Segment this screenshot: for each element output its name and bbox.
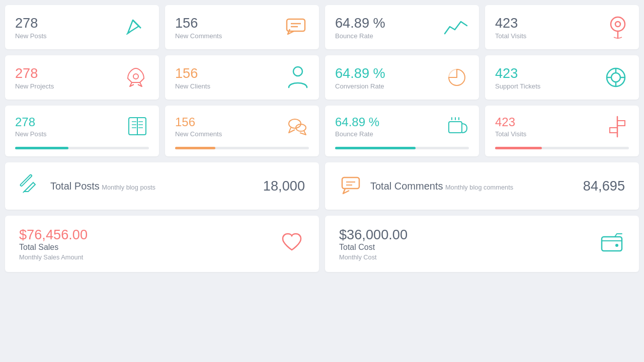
trend-icon xyxy=(443,17,469,38)
card-support-tickets: 423 Support Tickets xyxy=(485,55,639,100)
card-top: 278 New Posts xyxy=(15,115,149,138)
progress-track xyxy=(175,147,309,149)
person-icon xyxy=(287,64,309,90)
card-wide-title: Total Posts xyxy=(50,180,100,192)
card-total-cost: $36,000.00 Total Cost Monthly Cost xyxy=(325,216,639,272)
card-wide-value: 84,695 xyxy=(583,178,625,194)
wallet-icon xyxy=(599,230,625,258)
stat-number: 64.89 % xyxy=(335,15,385,31)
card-text: 278 New Projects xyxy=(15,65,54,90)
card-wide-sub: Monthly blog comments xyxy=(445,184,513,191)
card-total-sales: $76,456.00 Total Sales Monthly Sales Amo… xyxy=(5,216,319,272)
rocket-icon xyxy=(123,64,149,90)
row4: Total Posts Monthly blog posts 18,000 To… xyxy=(5,162,639,210)
card-wide-title: Total Comments xyxy=(370,180,443,192)
mug-icon xyxy=(446,115,469,138)
card-new-projects: 278 New Projects xyxy=(5,55,159,100)
svg-rect-29 xyxy=(342,177,359,189)
stat-label: Support Tickets xyxy=(495,82,540,90)
card-conversion-rate: 64.89 % Conversion Rate xyxy=(325,55,479,100)
stat-label: New Comments xyxy=(175,32,222,40)
card-top: 156 New Comments xyxy=(175,115,309,138)
card-wide-text: Total Comments Monthly blog comments xyxy=(370,180,513,192)
stat-number: 156 xyxy=(175,115,222,129)
sales-label: Total Sales xyxy=(19,243,88,252)
row3: 278 New Posts xyxy=(5,106,639,156)
progress-track xyxy=(335,147,469,149)
card-total-comments: Total Comments Monthly blog comments 84,… xyxy=(325,162,639,210)
progress-track xyxy=(495,147,629,149)
card-text: 156 New Clients xyxy=(175,65,210,90)
signpost-icon xyxy=(606,115,629,138)
pencil2-icon xyxy=(19,173,42,199)
comment-icon xyxy=(283,14,309,40)
cost-label: Total Cost xyxy=(339,243,408,252)
svg-rect-32 xyxy=(602,237,622,251)
card-text: 423 Support Tickets xyxy=(495,65,540,90)
card-bounce-rate-progress: 64.89 % Bounce Rate xyxy=(325,106,479,156)
stat-label: New Projects xyxy=(15,82,54,90)
svg-point-33 xyxy=(615,244,618,247)
stat-label: New Posts xyxy=(15,32,47,40)
stat-label: New Clients xyxy=(175,82,210,90)
stat-number: 156 xyxy=(175,15,222,31)
stat-number: 156 xyxy=(175,65,210,81)
row1: 278 New Posts 156 New Comments xyxy=(5,5,639,49)
card-wide-value: 18,000 xyxy=(263,178,305,194)
card-new-clients: 156 New Clients xyxy=(165,55,319,100)
card-total-visits-1: 423 Total Visits xyxy=(485,5,639,49)
svg-point-21 xyxy=(289,119,301,128)
card-info: 156 New Comments xyxy=(175,115,222,138)
card-text: 278 New Posts xyxy=(15,15,47,40)
card-text: 156 New Comments xyxy=(175,15,222,40)
stat-number: 423 xyxy=(495,15,526,31)
card-wide-text: Total Posts Monthly blog posts xyxy=(50,180,155,192)
chat-icon xyxy=(286,115,309,138)
stat-label: Conversion Rate xyxy=(335,82,385,90)
heart-icon xyxy=(279,230,305,258)
sales-sub: Monthly Sales Amount xyxy=(19,253,88,261)
stat-number: 278 xyxy=(15,65,54,81)
svg-point-3 xyxy=(611,17,625,31)
stat-label: Bounce Rate xyxy=(335,32,385,40)
progress-fill xyxy=(335,147,416,149)
svg-point-4 xyxy=(615,22,620,27)
card-top: 64.89 % Bounce Rate xyxy=(335,115,469,138)
svg-rect-23 xyxy=(449,122,462,133)
row5: $76,456.00 Total Sales Monthly Sales Amo… xyxy=(5,216,639,272)
card-info: 278 New Posts xyxy=(15,115,47,138)
card-total-posts: Total Posts Monthly blog posts 18,000 xyxy=(5,162,319,210)
cost-amount: $36,000.00 xyxy=(339,227,408,243)
stat-number: 278 xyxy=(15,115,47,129)
card-top: 423 Total Visits xyxy=(495,115,629,138)
card-wide-left: Total Posts Monthly blog posts xyxy=(19,173,155,199)
progress-fill xyxy=(15,147,68,149)
row2: 278 New Projects 156 New Clients 64. xyxy=(5,55,639,100)
pin-icon xyxy=(607,14,629,40)
card-info: 64.89 % Bounce Rate xyxy=(335,115,379,138)
stat-number: 64.89 % xyxy=(335,115,379,129)
card-text: 64.89 % Bounce Rate xyxy=(335,15,385,40)
card-info: 423 Total Visits xyxy=(495,115,526,138)
stat-label: New Posts xyxy=(15,130,47,138)
svg-point-8 xyxy=(611,73,620,82)
card-sales-left: $76,456.00 Total Sales Monthly Sales Amo… xyxy=(19,227,88,261)
stat-label: Bounce Rate xyxy=(335,130,379,138)
book-icon xyxy=(126,115,149,138)
card-total-visits-progress: 423 Total Visits xyxy=(485,106,639,156)
pencil-icon xyxy=(123,14,149,40)
pie-icon xyxy=(445,65,469,89)
lifering-icon xyxy=(603,64,629,90)
card-new-posts-1: 278 New Posts xyxy=(5,5,159,49)
stat-number: 64.89 % xyxy=(335,65,385,81)
cost-sub: Monthly Cost xyxy=(339,253,408,261)
card-wide-left: Total Comments Monthly blog comments xyxy=(339,173,513,199)
stat-label: New Comments xyxy=(175,130,222,138)
card-text: 64.89 % Conversion Rate xyxy=(335,65,385,90)
sales-amount: $76,456.00 xyxy=(19,227,88,243)
stat-number: 423 xyxy=(495,65,540,81)
card-sales-left: $36,000.00 Total Cost Monthly Cost xyxy=(339,227,408,261)
svg-rect-28 xyxy=(20,174,32,187)
progress-fill xyxy=(175,147,215,149)
progress-track xyxy=(15,147,149,149)
